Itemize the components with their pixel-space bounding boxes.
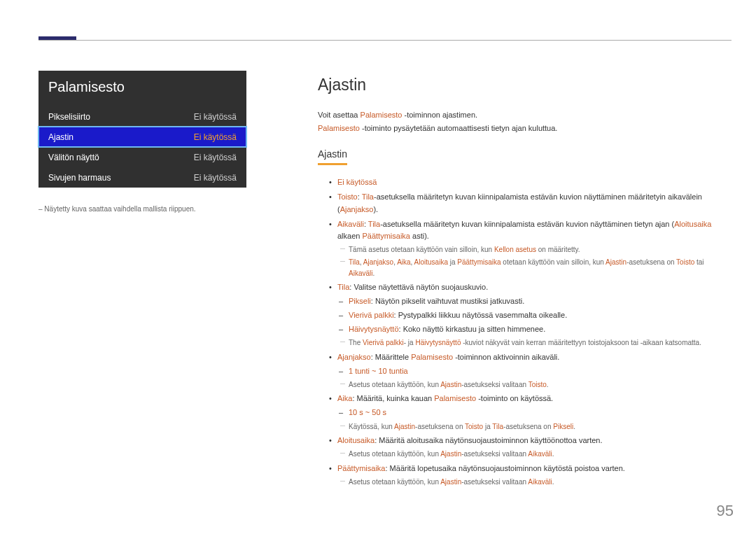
li-aikavali: Aikaväli: Tila-asetuksella määritetyn ku… (337, 218, 732, 279)
settings-panel: Palamisesto Pikselisiirto Ei käytössä Aj… (38, 71, 246, 188)
note-kuviot: The Vierivä palkki- ja Häivytysnäyttö -k… (337, 337, 732, 349)
li-range-hours: 1 tunti ~ 10 tuntia (349, 365, 732, 377)
note-aikavali-1: Asetus otetaan käyttöön, kun Ajastin-ase… (337, 449, 732, 460)
li-haivytysnaytto: Häivytysnäyttö: Koko näyttö kirkastuu ja… (349, 323, 732, 335)
li-toisto: Toisto: Tila-asetuksella määritetyn kuva… (337, 191, 732, 215)
note-pikseli: Käytössä, kun Ajastin-asetuksena on Tois… (337, 421, 732, 433)
li-pikseli: Pikseli: Näytön pikselit vaihtuvat musti… (349, 295, 732, 307)
panel-title: Palamisesto (38, 71, 246, 106)
li-aloitusaika: Aloitusaika: Määritä aloitusaika näytöns… (337, 435, 732, 460)
intro-line-1: Voit asettaa Palamisesto -toiminnon ajas… (318, 109, 732, 121)
note-aikavali-2: Asetus otetaan käyttöön, kun Ajastin-ase… (337, 477, 732, 488)
panel-row-ajastin[interactable]: Ajastin Ei käytössä (38, 127, 246, 147)
main-column: Ajastin Voit asettaa Palamisesto -toimin… (318, 73, 732, 490)
note-toisto: Asetus otetaan käyttöön, kun Ajastin-ase… (337, 379, 732, 391)
bullet-list: Ei käytössä Toisto: Tila-asetuksella mää… (318, 176, 732, 487)
left-column: Palamisesto Pikselisiirto Ei käytössä Aj… (38, 71, 246, 214)
li-tila: Tila: Valitse näytettävä näytön suojausk… (337, 281, 732, 349)
panel-row-pikselisiirto[interactable]: Pikselisiirto Ei käytössä (38, 106, 246, 127)
subheading-ajastin: Ajastin (318, 147, 347, 166)
panel-row-label: Pikselisiirto (48, 112, 90, 122)
panel-row-value: Ei käytössä (194, 132, 237, 142)
li-range-seconds: 10 s ~ 50 s (349, 407, 732, 419)
panel-row-sivujen-harmaus[interactable]: Sivujen harmaus Ei käytössä (38, 167, 246, 188)
panel-row-value: Ei käytössä (194, 112, 237, 122)
panel-row-value: Ei käytössä (194, 173, 237, 183)
panel-row-valiton-naytto[interactable]: Välitön näyttö Ei käytössä (38, 147, 246, 167)
li-aika: Aika: Määritä, kuinka kauan Palamisesto … (337, 393, 732, 432)
panel-row-label: Ajastin (48, 132, 74, 142)
li-off: Ei käytössä (337, 176, 732, 188)
li-ajanjakso: Ajanjakso: Määrittele Palamisesto -toimi… (337, 351, 732, 391)
intro-line-2: Palamisesto -toiminto pysäytetään automa… (318, 122, 732, 134)
panel-row-label: Välitön näyttö (48, 153, 99, 162)
note-kellon-asetus: Tämä asetus otetaan käyttöön vain silloi… (337, 244, 732, 255)
note-tila-ajanjakso: Tila, Ajanjakso, Aika, Aloitusaika ja Pä… (337, 257, 732, 279)
panel-row-label: Sivujen harmaus (48, 173, 111, 183)
header-rule (38, 40, 732, 41)
li-vieriva-palkki: Vierivä palkki: Pystypalkki liikkuu näyt… (349, 309, 732, 321)
li-paattymisaika: Päättymisaika: Määritä lopetusaika näytö… (337, 463, 732, 488)
page-number: 95 (717, 502, 734, 520)
panel-row-value: Ei käytössä (194, 153, 237, 162)
page-title: Ajastin (318, 73, 732, 98)
intro-block: Voit asettaa Palamisesto -toiminnon ajas… (318, 109, 732, 134)
left-note: – Näytetty kuva saattaa vaihdella mallis… (38, 204, 246, 214)
